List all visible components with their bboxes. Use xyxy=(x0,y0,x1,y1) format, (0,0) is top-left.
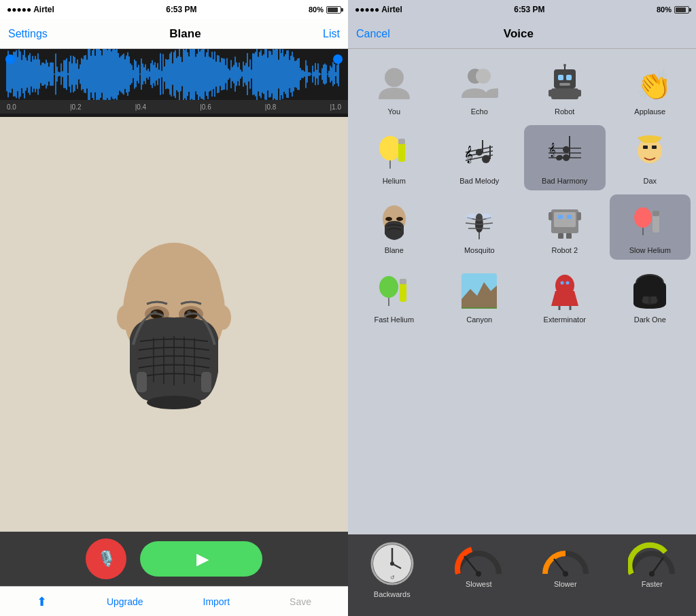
cancel-button[interactable]: Cancel xyxy=(356,28,390,40)
svg-text:𝄞: 𝄞 xyxy=(464,146,473,164)
record-button[interactable]: 🎙️ xyxy=(86,538,126,579)
voice-item-robot2[interactable]: Robot 2 xyxy=(524,194,606,260)
svg-rect-48 xyxy=(643,146,648,149)
faster-item[interactable]: Faster xyxy=(611,540,694,588)
svg-rect-17 xyxy=(551,88,578,99)
svg-rect-20 xyxy=(559,83,570,86)
voice-item-mosquito[interactable]: Mosquito xyxy=(439,194,521,260)
svg-rect-90 xyxy=(643,296,648,303)
svg-rect-49 xyxy=(652,146,657,149)
voice-icon-applause: 👏 xyxy=(628,61,672,105)
right-battery: 80% xyxy=(657,5,689,14)
voice-item-dax[interactable]: Dax xyxy=(610,125,691,190)
svg-point-22 xyxy=(563,64,566,67)
svg-point-3 xyxy=(215,305,231,330)
svg-rect-79 xyxy=(400,279,406,284)
right-time: 6:53 PM xyxy=(514,5,544,14)
voice-label-exterminator: Exterminator xyxy=(544,315,586,324)
svg-point-52 xyxy=(396,217,403,221)
svg-rect-91 xyxy=(651,296,657,303)
voice-item-dark-one[interactable]: Dark One xyxy=(610,264,691,329)
share-icon: ⬆ xyxy=(37,594,47,609)
svg-line-102 xyxy=(652,558,663,574)
scrubber-left[interactable] xyxy=(5,54,15,64)
backwards-icon: ↺ xyxy=(368,540,416,587)
left-panel: ●●●●● Airtel 6:53 PM 80% Settings Blane … xyxy=(0,0,348,616)
svg-point-84 xyxy=(566,281,569,285)
right-nav-bar: Cancel Voice xyxy=(348,19,696,49)
controls-bar: 🎙️ ▶ xyxy=(0,532,348,586)
svg-rect-74 xyxy=(652,213,659,233)
svg-point-51 xyxy=(385,217,392,221)
svg-point-72 xyxy=(634,207,652,228)
list-button[interactable]: List xyxy=(323,28,340,40)
svg-point-76 xyxy=(379,276,398,298)
voice-item-exterminator[interactable]: Exterminator xyxy=(524,264,606,329)
svg-line-98 xyxy=(464,556,478,574)
play-icon: ▶ xyxy=(196,549,209,568)
speed-row: ↺ Backwards Slowest Slower xyxy=(348,534,696,616)
svg-rect-78 xyxy=(400,281,406,302)
voice-item-robot[interactable]: Robot xyxy=(524,56,606,121)
save-button[interactable]: Save xyxy=(290,596,311,607)
settings-button[interactable]: Settings xyxy=(8,28,48,40)
upgrade-button[interactable]: Upgrade xyxy=(107,596,143,607)
svg-rect-70 xyxy=(558,233,563,239)
slowest-item[interactable]: Slowest xyxy=(438,540,521,588)
left-signal: ●●●●● Airtel xyxy=(7,5,54,14)
voice-icon-dark-one xyxy=(628,269,672,313)
right-panel: ●●●●● Airtel 6:53 PM 80% Cancel Voice Yo… xyxy=(348,0,696,616)
voice-item-fast-helium[interactable]: Fast Helium xyxy=(353,264,435,329)
voice-icon-canyon xyxy=(457,269,501,313)
slower-label: Slower xyxy=(554,580,577,588)
voice-item-canyon[interactable]: Canyon xyxy=(439,264,521,329)
voice-item-slow-helium[interactable]: Slow Helium xyxy=(610,194,691,260)
voice-item-bad-harmony[interactable]: 𝄞 Bad Harmony xyxy=(524,125,606,190)
svg-point-96 xyxy=(390,562,394,566)
svg-rect-11 xyxy=(201,372,211,392)
voice-item-you[interactable]: You xyxy=(353,56,435,121)
play-button[interactable]: ▶ xyxy=(140,541,262,577)
backwards-item[interactable]: ↺ Backwards xyxy=(351,540,434,598)
left-time: 6:53 PM xyxy=(166,5,196,14)
svg-point-26 xyxy=(379,136,401,160)
voice-item-blane[interactable]: Blane xyxy=(353,194,435,260)
voice-label-canyon: Canyon xyxy=(466,315,492,324)
voice-icon-blane xyxy=(372,200,416,243)
voice-icon-slow-helium xyxy=(628,200,672,243)
voice-icon-you xyxy=(372,61,416,105)
share-button[interactable]: ⬆ xyxy=(37,594,47,609)
backwards-label: Backwards xyxy=(374,590,411,598)
scrubber-right[interactable] xyxy=(333,54,343,64)
import-button[interactable]: Import xyxy=(203,596,230,607)
voice-item-echo[interactable]: Echo xyxy=(439,56,521,121)
voice-icon-robot xyxy=(543,61,587,105)
voice-grid: You Echo Robot 👏 Applause Helium 𝄞 Bad M… xyxy=(348,49,696,534)
faster-label: Faster xyxy=(642,580,663,588)
voice-item-helium[interactable]: Helium xyxy=(353,125,435,190)
voice-item-applause[interactable]: 👏 Applause xyxy=(610,56,691,121)
character-area xyxy=(0,117,348,532)
right-signal: ●●●●● Airtel xyxy=(355,5,402,14)
svg-point-12 xyxy=(147,396,201,409)
svg-line-100 xyxy=(554,559,566,574)
voice-label-dark-one: Dark One xyxy=(634,315,666,324)
svg-point-99 xyxy=(476,571,481,577)
svg-point-46 xyxy=(555,154,563,161)
svg-point-54 xyxy=(476,213,483,222)
svg-rect-24 xyxy=(577,90,581,97)
voice-label-helium: Helium xyxy=(383,177,406,185)
voice-icon-helium xyxy=(372,131,416,174)
left-status-bar: ●●●●● Airtel 6:53 PM 80% xyxy=(0,0,348,19)
waveform-container: 0.0 |0.2 |0.4 |0.6 |0.8 |1.0 xyxy=(0,49,348,117)
voice-label-blane: Blane xyxy=(385,246,404,254)
voice-item-bad-melody[interactable]: 𝄞 Bad Melody xyxy=(439,125,521,190)
svg-point-101 xyxy=(563,571,568,577)
voice-label-applause: Applause xyxy=(634,107,665,116)
voice-label-bad-melody: Bad Melody xyxy=(459,177,499,185)
svg-rect-23 xyxy=(549,90,553,97)
voice-icon-robot2 xyxy=(543,200,587,243)
slower-item[interactable]: Slower xyxy=(524,540,607,588)
waveform-ruler: 0.0 |0.2 |0.4 |0.6 |0.8 |1.0 xyxy=(0,100,348,114)
voice-label-mosquito: Mosquito xyxy=(464,246,495,254)
